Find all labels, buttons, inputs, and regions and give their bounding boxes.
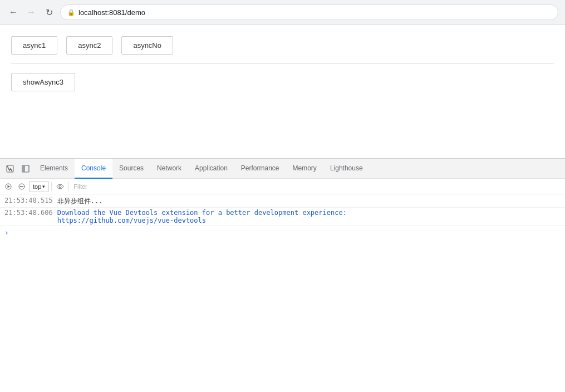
url-text: localhost:8081/demo [78, 8, 145, 17]
async2-button[interactable]: async2 [66, 36, 112, 55]
reload-button[interactable]: ↻ [42, 6, 56, 19]
address-bar[interactable]: 🔒 localhost:8081/demo [60, 4, 558, 20]
asyncno-button[interactable]: asyncNo [121, 36, 173, 55]
second-button-row: showAsync3 [11, 73, 554, 91]
showasync3-button[interactable]: showAsync3 [11, 73, 75, 91]
page-divider [11, 63, 554, 64]
browser-chrome: ← → ↻ 🔒 localhost:8081/demo [0, 0, 565, 25]
back-button[interactable]: ← [7, 6, 20, 19]
first-button-row: async1 async2 asyncNo [11, 36, 554, 55]
lock-icon: 🔒 [67, 9, 75, 16]
async1-button[interactable]: async1 [11, 36, 57, 55]
page-content: async1 async2 asyncNo showAsync3 [0, 25, 565, 102]
forward-button[interactable]: → [24, 6, 38, 19]
